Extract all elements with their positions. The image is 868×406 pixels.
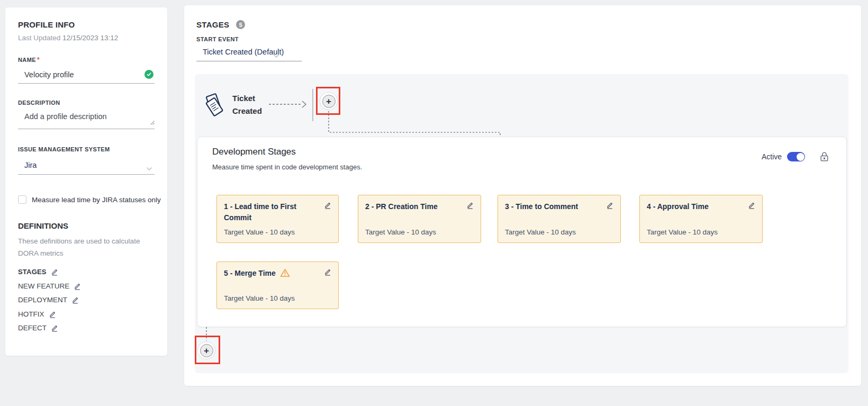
profile-info-title: PROFILE INFO	[18, 20, 75, 29]
plus-icon: +	[322, 95, 336, 108]
add-stage-button-top[interactable]: +	[320, 92, 338, 110]
stage-card-2[interactable]: 2 - PR Creation Time Target Value - 10 d…	[358, 195, 481, 243]
ims-select[interactable]: Jira	[18, 157, 155, 175]
lead-time-checkbox-label: Measure lead time by JIRA statuses only	[32, 195, 161, 205]
definition-item-deployment: DEPLOYMENT	[18, 296, 79, 304]
stage-target-value: Target Value - 10 days	[505, 228, 613, 236]
dev-stages-title: Development Stages	[212, 147, 296, 157]
warning-icon	[280, 268, 290, 279]
profile-info-panel: PROFILE INFO Last Updated 12/15/2023 13:…	[5, 7, 167, 356]
chevron-down-icon	[146, 164, 152, 173]
start-node: Ticket Created	[232, 92, 262, 118]
stage-target-value: Target Value - 10 days	[224, 228, 331, 236]
toggle-knob	[797, 153, 804, 161]
stage-target-value: Target Value - 10 days	[647, 228, 755, 236]
definitions-subtitle: These definitions are used to calculate …	[18, 235, 151, 259]
edit-icon[interactable]	[466, 201, 474, 209]
last-updated-label: Last Updated	[18, 34, 60, 42]
stage-title: 2 - PR Creation Time	[365, 201, 440, 212]
definitions-title: DEFINITIONS	[18, 221, 68, 230]
stage-title: 1 - Lead time to First Commit	[224, 201, 324, 223]
stages-panel: STAGES 5 START EVENT Ticket Created (Def…	[184, 5, 861, 386]
profile-description-input[interactable]	[18, 109, 155, 129]
required-asterisk: *	[37, 56, 40, 64]
stages-title: STAGES	[196, 20, 229, 29]
stages-count-badge: 5	[236, 20, 245, 29]
valid-check-icon	[144, 70, 153, 79]
chevron-down-icon	[273, 51, 279, 60]
stage-target-value: Target Value - 10 days	[224, 294, 331, 302]
definition-item-stages: STAGES	[18, 268, 58, 276]
start-event-select[interactable]: Ticket Created (Default)	[196, 46, 302, 61]
last-updated-value: 12/15/2023 13:12	[62, 34, 118, 42]
ims-selected-value: Jira	[24, 161, 37, 169]
edit-icon[interactable]	[51, 324, 58, 332]
add-stage-button-bottom[interactable]: +	[197, 341, 215, 359]
last-updated: Last Updated 12/15/2023 13:12	[18, 34, 118, 42]
edit-icon[interactable]	[324, 268, 331, 276]
lead-time-checkbox-row[interactable]: Measure lead time by JIRA statuses only	[18, 195, 161, 205]
stage-card-5[interactable]: 5 - Merge Time Target Value - 1	[216, 261, 339, 309]
active-label: Active	[762, 152, 782, 161]
start-event-selected-value: Ticket Created (Default)	[203, 48, 284, 56]
lock-icon[interactable]	[819, 151, 830, 164]
dev-stages-subtitle: Measure time spent in code development s…	[212, 163, 362, 171]
definition-item-new-feature: NEW FEATURE	[18, 282, 81, 290]
stage-card-3[interactable]: 3 - Time to Comment Target Value - 10 da…	[498, 195, 621, 243]
definition-item-hotfix: HOTFIX	[18, 310, 56, 318]
stage-title: 3 - Time to Comment	[505, 201, 580, 212]
development-stages-card: Development Stages Measure time spent in…	[197, 137, 847, 327]
active-toggle[interactable]	[787, 152, 805, 161]
name-field-wrap	[18, 66, 155, 84]
name-label: NAME*	[18, 56, 40, 64]
edit-icon[interactable]	[74, 282, 81, 290]
definition-item-defect: DEFECT	[18, 324, 58, 332]
profile-name-input[interactable]	[18, 66, 155, 83]
stages-header: STAGES 5	[196, 20, 245, 29]
start-event-label: START EVENT	[196, 36, 239, 42]
stage-card-4[interactable]: 4 - Approval Time Target Value - 10 days	[639, 195, 763, 243]
description-field-wrap	[18, 109, 155, 129]
stage-title: 5 - Merge Time	[224, 268, 278, 279]
resize-handle-icon[interactable]	[149, 118, 155, 127]
edit-icon[interactable]	[49, 310, 56, 318]
stages-flow-canvas: Ticket Created + Development Stages Meas…	[195, 74, 848, 373]
profile-settings-page: PROFILE INFO Last Updated 12/15/2023 13:…	[0, 0, 868, 406]
plus-icon: +	[200, 344, 213, 357]
edit-icon[interactable]	[324, 201, 331, 209]
ticket-icon	[201, 92, 228, 121]
edit-icon[interactable]	[748, 201, 755, 209]
stage-card-1[interactable]: 1 - Lead time to First Commit Target Val…	[216, 195, 339, 243]
edit-icon[interactable]	[606, 201, 613, 209]
stage-title: 4 - Approval Time	[647, 201, 711, 212]
lead-time-checkbox[interactable]	[18, 195, 26, 204]
edit-icon[interactable]	[51, 268, 58, 276]
start-node-line1: Ticket	[232, 92, 262, 105]
description-label: DESCRIPTION	[18, 100, 60, 106]
ims-label: ISSUE MANAGEMENT SYSTEM	[18, 146, 110, 152]
start-node-line2: Created	[232, 105, 262, 118]
edit-icon[interactable]	[71, 296, 79, 304]
stage-target-value: Target Value - 10 days	[365, 228, 474, 236]
